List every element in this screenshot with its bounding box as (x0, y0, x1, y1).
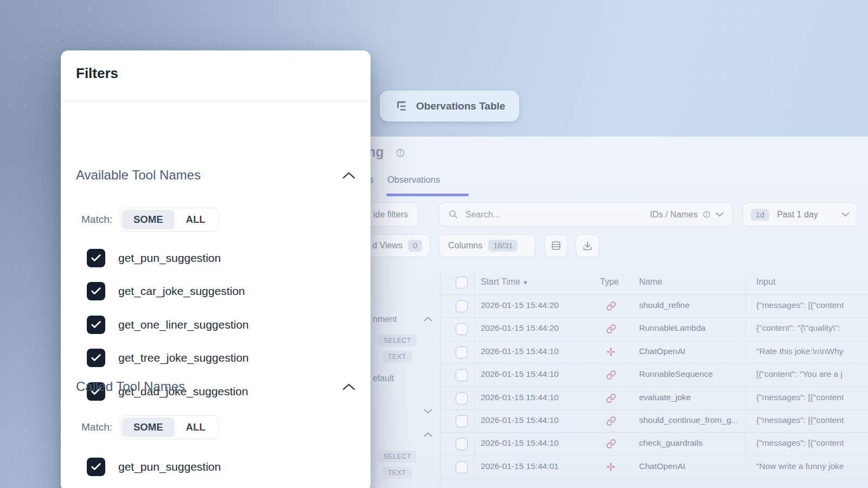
cell-start-time: 2026-01-15 15:44:10 (481, 393, 559, 402)
filters-modal: Filters Available Tool Names Match: SOME… (61, 50, 371, 488)
checkbox-checked[interactable] (87, 282, 105, 300)
cell-name: evaluate_joke (639, 393, 745, 402)
divider (61, 101, 371, 101)
chevron-up-icon[interactable] (424, 317, 432, 322)
info-icon[interactable] (395, 148, 405, 158)
tool-name-label: get_one_liner_suggestion (118, 318, 249, 331)
called-tool-list: get_pun_suggestion (87, 450, 355, 484)
list-item[interactable]: get_pun_suggestion (87, 241, 355, 275)
checkbox-checked[interactable] (87, 349, 105, 367)
chevron-down-icon[interactable] (424, 409, 432, 414)
table-row[interactable]: 2026-01-15 15:44:20 should_refine {"mess… (441, 295, 868, 318)
cell-name: RunnableSequence (639, 369, 745, 379)
match-some-option[interactable]: SOME (122, 210, 174, 229)
download-icon (582, 240, 593, 251)
match-label: Match: (81, 421, 112, 433)
text-badge: TEXT (382, 351, 412, 363)
row-checkbox[interactable] (456, 369, 468, 381)
table-row[interactable]: 2026-01-15 15:44:10 should_continue_from… (441, 410, 868, 433)
tool-name-label: get_pun_suggestion (118, 252, 221, 265)
checkbox-checked[interactable] (87, 316, 105, 334)
select-badge: SELECT (378, 451, 417, 463)
search-scope-dropdown[interactable]: IDs / Names (650, 210, 724, 220)
chevron-up-icon[interactable] (342, 383, 355, 390)
section-called-tool-names[interactable]: Called Tool Names (76, 379, 355, 394)
columns-count-badge: 16/31 (488, 240, 518, 252)
observations-table-toggle[interactable]: Obervations Table (380, 91, 519, 121)
columns-button[interactable]: Columns 16/31 (439, 234, 535, 257)
chain-link-icon (606, 301, 616, 311)
checkbox-checked[interactable] (87, 458, 105, 476)
columns-label: Columns (448, 241, 482, 251)
table-row[interactable]: 2026-01-15 15:44:10 evaluate_joke {"mess… (441, 387, 868, 410)
list-item[interactable]: get_one_liner_suggestion (87, 308, 355, 342)
header-start-time[interactable]: Start Time▼ (481, 277, 528, 287)
cell-start-time: 2026-01-15 15:44:10 (481, 369, 559, 379)
select-badge: SELECT (378, 335, 417, 346)
list-item[interactable]: get_tree_joke_suggestion (87, 342, 355, 375)
section-available-tool-names[interactable]: Available Tool Names (76, 168, 355, 183)
cell-input: {"messages": [{"content (756, 438, 868, 448)
checkbox-checked[interactable] (87, 249, 105, 267)
table-row[interactable]: 2026-01-15 15:44:10 ChatOpenAI "Rate thi… (441, 341, 868, 364)
row-checkbox[interactable] (456, 300, 468, 312)
match-some-option[interactable]: SOME (122, 418, 174, 437)
row-checkbox[interactable] (456, 323, 468, 335)
row-checkbox[interactable] (456, 438, 468, 450)
chevron-up-icon[interactable] (342, 172, 355, 179)
active-tab-underline (386, 194, 469, 196)
row-height-button[interactable] (544, 234, 568, 257)
row-checkbox[interactable] (456, 393, 468, 404)
time-shortcut-badge: 1d (751, 209, 769, 221)
rows-icon (551, 240, 561, 251)
search-icon (448, 209, 458, 220)
chain-link-icon (606, 324, 616, 334)
hide-filters-button[interactable]: ide filters (367, 202, 418, 227)
tab-observations[interactable]: Observations (387, 175, 440, 185)
saved-views-button[interactable]: d Views 0 (367, 234, 430, 257)
cell-input: {"messages": [{"content (756, 300, 868, 310)
search-placeholder: Search... (465, 210, 500, 220)
header-input[interactable]: Input (756, 277, 776, 287)
section-title: Called Tool Names (76, 379, 185, 394)
list-item[interactable]: get_car_joke_suggestion (87, 275, 355, 309)
match-all-option[interactable]: ALL (175, 210, 217, 229)
row-checkbox[interactable] (456, 415, 468, 427)
time-range-button[interactable]: 1d Past 1 day (743, 202, 858, 227)
cell-name: check_guardrails (639, 438, 745, 448)
list-item[interactable]: get_pun_suggestion (87, 450, 355, 484)
time-range-label: Past 1 day (777, 210, 818, 220)
match-control: Match: SOME ALL (81, 207, 219, 232)
saved-views-label: d Views (372, 241, 403, 251)
cell-start-time: 2026-01-15 15:44:10 (481, 346, 559, 356)
list-tree-icon (394, 99, 408, 113)
match-label: Match: (81, 214, 112, 226)
search-input[interactable]: Search... IDs / Names (439, 202, 733, 227)
info-icon (703, 210, 711, 219)
table-row[interactable]: 2026-01-15 15:44:01 ChatOpenAI "Now writ… (441, 456, 868, 479)
table-row[interactable]: 2026-01-15 15:44:10 check_guardrails {"m… (441, 433, 868, 455)
header-type[interactable]: Type (600, 277, 619, 287)
tool-name-label: get_pun_suggestion (118, 460, 221, 473)
saved-views-count-badge: 0 (408, 240, 422, 252)
match-all-option[interactable]: ALL (175, 418, 217, 437)
cell-name: should_continue_from_g... (639, 415, 745, 425)
select-all-checkbox[interactable] (456, 277, 468, 288)
export-button[interactable] (576, 234, 599, 257)
row-checkbox[interactable] (456, 346, 468, 358)
header-name[interactable]: Name (639, 277, 662, 287)
row-checkbox[interactable] (456, 461, 468, 473)
match-control: Match: SOME ALL (81, 415, 219, 440)
chain-link-icon (606, 416, 616, 426)
search-scope-label: IDs / Names (650, 210, 698, 220)
chevron-up-icon[interactable] (424, 432, 432, 437)
section-title: Available Tool Names (76, 168, 201, 183)
tool-name-label: get_tree_joke_suggestion (118, 351, 249, 364)
view-toggle-label: Obervations Table (416, 100, 505, 112)
cell-name: ChatOpenAI (639, 346, 745, 356)
cell-input: {"messages": [{"content (756, 415, 868, 425)
table-row[interactable]: 2026-01-15 15:44:10 RunnableSequence [{"… (441, 364, 868, 387)
cell-input: {"messages": [{"content (756, 393, 868, 402)
table-row[interactable]: 2026-01-15 15:44:20 RunnableLambda {"con… (441, 318, 868, 341)
hide-filters-label: ide filters (373, 210, 408, 220)
